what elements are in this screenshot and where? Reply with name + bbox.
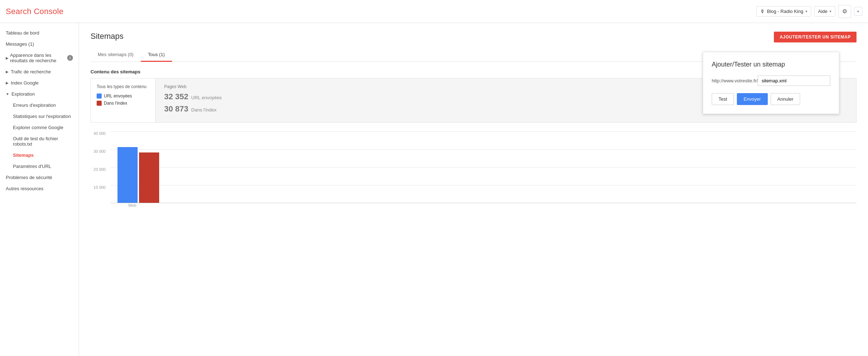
legend-label-url: URL envoyées: [104, 93, 132, 99]
tab-tous-label: Tous (1): [148, 52, 165, 57]
y-label-40000: 40 000: [93, 131, 106, 136]
legend-dot-red: [97, 101, 102, 106]
sidebar-item-apparence[interactable]: ▶ Apparence dans les résultats de recher…: [0, 50, 79, 66]
chart-bars: [110, 131, 857, 203]
legend-label-index: Dans l'index: [104, 101, 127, 106]
legend-item-url: URL envoyées: [97, 93, 149, 99]
info-icon: i: [67, 55, 73, 61]
chevron-right-icon-trafic: ▶: [6, 70, 9, 74]
y-label-20000: 20 000: [93, 167, 106, 172]
annuler-button[interactable]: Annuler: [771, 93, 800, 105]
sidebar-item-parametres[interactable]: Paramètres d'URL: [0, 161, 79, 172]
add-sitemap-popup: Ajouter/Tester un sitemap http://www.vot…: [703, 52, 839, 114]
chevron-right-icon: ▶: [6, 56, 9, 60]
popup-buttons: Test Envoyer Annuler: [712, 93, 830, 105]
popup-base-url: http://www.votresite.fr/: [712, 78, 758, 83]
legend-panel: Tous les types de contenu URL envoyées D…: [91, 78, 156, 122]
sidebar-item-exploration[interactable]: ▼ Exploration: [0, 88, 79, 100]
chevron-down-icon-exploration: ▼: [6, 92, 9, 96]
sidebar-label-tableau: Tableau de bord: [6, 30, 39, 36]
chart-x-label: Web: [117, 203, 136, 210]
gear-icon: ⚙: [842, 8, 847, 15]
sidebar-item-stats[interactable]: Statistiques sur l'exploration: [0, 111, 79, 122]
sidebar-label-messages: Messages (1): [6, 41, 34, 47]
sidebar-label-explorer: Explorer comme Google: [13, 125, 63, 130]
envoyer-button[interactable]: Envoyer: [737, 93, 768, 105]
aide-button[interactable]: Aide ▾: [814, 6, 835, 17]
layout: Tableau de bord Messages (1) ▶ Apparence…: [0, 23, 868, 356]
settings-dropdown-arrow: ▾: [857, 9, 859, 13]
sidebar-item-sitemaps[interactable]: Sitemaps: [0, 150, 79, 161]
header-actions: 🎙 Blog - Radio King ▾ Aide ▾ ⚙ ▾: [756, 5, 862, 18]
sidebar-item-autres[interactable]: Autres ressources: [0, 183, 79, 194]
popup-url-row: http://www.votresite.fr/: [712, 76, 830, 86]
legend-item-index: Dans l'index: [97, 101, 149, 106]
bars-group-web: [110, 147, 159, 203]
blog-selector-button[interactable]: 🎙 Blog - Radio King ▾: [756, 6, 811, 17]
stat-number-url: 32 352: [164, 92, 188, 101]
sidebar-item-erreurs[interactable]: Erreurs d'exploration: [0, 100, 79, 111]
sidebar-label-index: Index Google: [11, 80, 38, 86]
sidebar-label-autres: Autres ressources: [6, 186, 43, 191]
sitemap-input[interactable]: [758, 76, 830, 86]
chart-area: 40 000 30 000 20 000 10 000 Web: [91, 131, 857, 210]
page-title: Sitemaps: [91, 32, 857, 41]
tab-mes-sitemaps[interactable]: Mes sitemaps (0): [91, 48, 141, 62]
popup-title: Ajouter/Tester un sitemap: [712, 61, 830, 68]
bar-url-envoyees: [117, 147, 138, 203]
sidebar-label-parametres: Paramètres d'URL: [13, 164, 51, 169]
bar-dans-index: [139, 152, 159, 203]
aide-dropdown-arrow: ▾: [830, 9, 831, 13]
sidebar-label-apparence: Apparence dans les résultats de recherch…: [10, 53, 66, 63]
legend-title: Tous les types de contenu: [97, 84, 149, 89]
blog-label: Blog - Radio King: [767, 9, 803, 14]
main-content: Sitemaps AJOUTER/TESTER UN SITEMAP Mes s…: [79, 23, 868, 356]
sidebar-item-robots[interactable]: Outil de test du fichier robots.txt: [0, 133, 79, 150]
sidebar-label-exploration: Exploration: [11, 91, 35, 97]
aide-label: Aide: [818, 9, 827, 14]
y-label-10000: 10 000: [93, 185, 106, 190]
sidebar-label-securite: Problèmes de sécurité: [6, 175, 52, 180]
sidebar-item-tableau[interactable]: Tableau de bord: [0, 27, 79, 38]
sidebar: Tableau de bord Messages (1) ▶ Apparence…: [0, 23, 79, 356]
sidebar-label-erreurs: Erreurs d'exploration: [13, 102, 56, 108]
sidebar-label-stats: Statistiques sur l'exploration: [13, 114, 71, 119]
tab-mes-sitemaps-label: Mes sitemaps (0): [98, 52, 134, 57]
chart-y-labels: 40 000 30 000 20 000 10 000: [91, 131, 108, 203]
test-button[interactable]: Test: [712, 93, 734, 105]
sidebar-item-messages[interactable]: Messages (1): [0, 38, 79, 50]
settings-dropdown-button[interactable]: ▾: [854, 7, 862, 16]
header: Search Console 🎙 Blog - Radio King ▾ Aid…: [0, 0, 868, 23]
sidebar-item-explorer[interactable]: Explorer comme Google: [0, 122, 79, 133]
chevron-right-icon-index: ▶: [6, 81, 9, 85]
sidebar-item-index[interactable]: ▶ Index Google: [0, 77, 79, 88]
settings-button[interactable]: ⚙: [838, 5, 851, 18]
sidebar-label-sitemaps: Sitemaps: [13, 152, 34, 158]
sidebar-item-trafic[interactable]: ▶ Trafic de recherche: [0, 66, 79, 77]
legend-dot-blue: [97, 93, 102, 99]
y-label-30000: 30 000: [93, 149, 106, 154]
sidebar-label-trafic: Trafic de recherche: [11, 69, 51, 74]
sidebar-label-robots: Outil de test du fichier robots.txt: [13, 136, 73, 147]
stat-number-index: 30 873: [164, 104, 188, 114]
add-sitemap-button[interactable]: AJOUTER/TESTER UN SITEMAP: [774, 32, 857, 42]
stat-desc-url: URL envoyées: [191, 95, 222, 100]
blog-dropdown-arrow: ▾: [805, 9, 807, 13]
tab-tous[interactable]: Tous (1): [141, 48, 172, 62]
app-title: Search Console: [6, 7, 64, 16]
blog-icon: 🎙: [760, 9, 765, 14]
sidebar-item-securite[interactable]: Problèmes de sécurité: [0, 172, 79, 183]
stat-desc-index: Dans l'index: [191, 107, 216, 113]
